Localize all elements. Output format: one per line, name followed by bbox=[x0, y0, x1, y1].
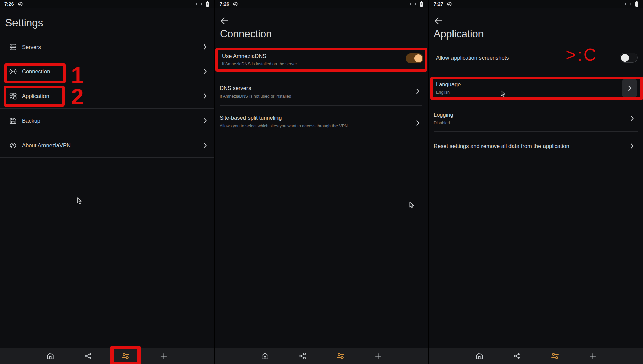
settings-item-label: Servers bbox=[22, 44, 41, 50]
row-use-amneziadns[interactable]: Use AmneziaDNS If AmneziaDNS is installe… bbox=[222, 49, 297, 70]
plus-icon bbox=[160, 353, 167, 360]
row-sublabel: Allows you to select which sites you wan… bbox=[220, 124, 348, 128]
panel-settings: 7:26 Settings Servers Connection Applica… bbox=[0, 0, 214, 364]
servers-icon bbox=[9, 43, 17, 51]
bottom-nav bbox=[0, 348, 214, 364]
row-reset-settings[interactable]: Reset settings and remove all data from … bbox=[434, 136, 569, 156]
nav-add-button[interactable] bbox=[145, 348, 182, 364]
settings-item-backup[interactable]: Backup bbox=[0, 109, 214, 133]
status-bar: 7:26 bbox=[215, 0, 428, 8]
row-sublabel: English bbox=[436, 90, 461, 95]
back-arrow-icon bbox=[434, 16, 443, 25]
settings-item-application[interactable]: Application bbox=[0, 84, 214, 109]
nav-home-button[interactable] bbox=[461, 348, 498, 364]
nav-settings-button[interactable] bbox=[107, 348, 145, 364]
chevron-right-icon bbox=[416, 88, 420, 94]
amnezia-logo-icon bbox=[233, 1, 238, 7]
settings-item-connection[interactable]: Connection bbox=[0, 59, 214, 84]
settings-item-label: About AmneziaVPN bbox=[22, 142, 71, 149]
row-label: Language bbox=[436, 81, 461, 88]
settings-item-servers[interactable]: Servers bbox=[0, 35, 214, 59]
data-transfer-icon bbox=[624, 2, 632, 6]
bottom-nav bbox=[215, 348, 428, 364]
chevron-right-icon bbox=[203, 118, 207, 124]
home-icon bbox=[475, 352, 484, 360]
status-time: 7:26 bbox=[220, 1, 229, 7]
bottom-nav bbox=[429, 348, 643, 364]
row-sublabel: If AmneziaDNS is not used or installed bbox=[220, 94, 291, 99]
plus-icon bbox=[375, 353, 382, 360]
allow-screenshots-toggle[interactable] bbox=[620, 53, 638, 63]
toggle-knob bbox=[621, 54, 629, 62]
battery-icon bbox=[635, 1, 639, 7]
status-time: 7:26 bbox=[4, 1, 14, 7]
row-label: DNS servers bbox=[220, 85, 291, 91]
settings-item-label: Connection bbox=[22, 68, 50, 75]
row-sublabel: Disabled bbox=[434, 121, 454, 125]
nav-home-button[interactable] bbox=[246, 348, 284, 364]
row-label: Use AmneziaDNS bbox=[222, 53, 297, 59]
back-button[interactable] bbox=[219, 16, 229, 26]
tune-icon bbox=[551, 352, 559, 360]
settings-item-label: Backup bbox=[22, 118, 40, 124]
row-label: Reset settings and remove all data from … bbox=[434, 143, 569, 149]
use-amneziadns-toggle[interactable] bbox=[406, 53, 423, 63]
tune-icon bbox=[122, 352, 130, 360]
row-sublabel: If AmneziaDNS is installed on the server bbox=[222, 62, 297, 66]
row-label: Site-based split tunneling bbox=[220, 115, 348, 121]
data-transfer-icon bbox=[409, 2, 417, 6]
row-label: Allow application screenshots bbox=[436, 55, 509, 61]
page-title: Application bbox=[434, 28, 484, 40]
page-title: Settings bbox=[5, 17, 43, 29]
nav-home-button[interactable] bbox=[31, 348, 69, 364]
backup-icon bbox=[9, 117, 17, 125]
row-language[interactable]: Language English bbox=[436, 78, 461, 98]
status-bar: 7:26 bbox=[0, 0, 214, 8]
nav-settings-button[interactable] bbox=[322, 348, 359, 364]
share-icon bbox=[299, 352, 306, 360]
toggle-knob bbox=[414, 54, 422, 62]
row-logging[interactable]: Logging Disabled bbox=[434, 107, 454, 130]
plus-icon bbox=[589, 353, 596, 360]
settings-item-label: Application bbox=[22, 93, 49, 99]
row-allow-screenshots[interactable]: Allow application screenshots bbox=[436, 47, 509, 68]
share-icon bbox=[84, 352, 92, 360]
divider bbox=[220, 79, 422, 79]
chevron-right-icon bbox=[630, 115, 634, 121]
amnezia-logo-icon bbox=[9, 142, 17, 149]
nav-share-button[interactable] bbox=[284, 348, 322, 364]
divider bbox=[434, 76, 638, 76]
row-dns-servers[interactable]: DNS servers If AmneziaDNS is not used or… bbox=[220, 80, 291, 104]
amnezia-logo-icon bbox=[18, 1, 23, 7]
nav-share-button[interactable] bbox=[498, 348, 536, 364]
divider bbox=[434, 102, 638, 102]
row-split-tunneling[interactable]: Site-based split tunneling Allows you to… bbox=[220, 109, 348, 133]
row-label: Logging bbox=[434, 112, 454, 118]
back-arrow-icon bbox=[220, 16, 229, 25]
panel-application: 7:27 Application Allow application scree… bbox=[429, 0, 643, 364]
nav-add-button[interactable] bbox=[359, 348, 397, 364]
language-chevron-button[interactable] bbox=[622, 79, 637, 98]
home-icon bbox=[46, 352, 54, 360]
divider bbox=[220, 105, 422, 106]
page-title: Connection bbox=[220, 28, 272, 40]
divider bbox=[434, 131, 638, 132]
chevron-right-icon bbox=[203, 93, 207, 99]
battery-icon bbox=[420, 1, 423, 7]
application-icon bbox=[9, 92, 17, 100]
mouse-cursor bbox=[77, 197, 82, 205]
panel-connection: 7:26 Connection Use AmneziaDNS If Amnezi… bbox=[215, 0, 428, 364]
settings-item-about[interactable]: About AmneziaVPN bbox=[0, 133, 214, 158]
chevron-right-icon bbox=[203, 44, 207, 50]
nav-share-button[interactable] bbox=[69, 348, 107, 364]
chevron-right-icon bbox=[630, 143, 634, 149]
data-transfer-icon bbox=[195, 2, 203, 6]
back-button[interactable] bbox=[433, 16, 443, 26]
nav-settings-button[interactable] bbox=[536, 348, 574, 364]
home-icon bbox=[261, 352, 269, 360]
screenshot-stage: 7:26 Settings Servers Connection Applica… bbox=[0, 0, 643, 364]
amnezia-logo-icon bbox=[447, 1, 452, 7]
nav-add-button[interactable] bbox=[574, 348, 612, 364]
battery-icon bbox=[206, 1, 209, 7]
chevron-right-icon bbox=[203, 142, 207, 148]
